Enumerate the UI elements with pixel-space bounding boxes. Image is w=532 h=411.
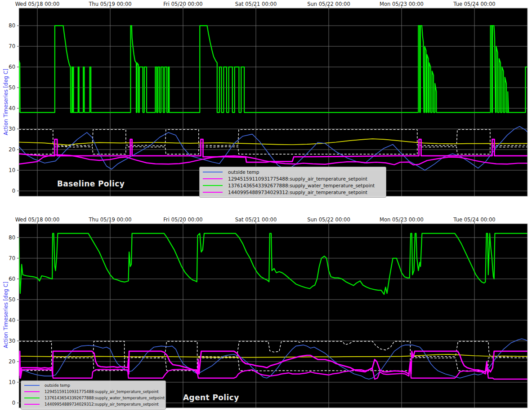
legend-label: 12945159110931775488:supply_air_temperat… — [228, 176, 367, 181]
x-tick-label: Tue 05/24 00:00 — [453, 1, 495, 7]
baseline-title: Baseline Policy — [57, 179, 125, 188]
legend-entry-supply-water: 13761436543392677888:supply_water_temper… — [24, 395, 162, 401]
x-tick-label: Thu 05/19 00:00 — [88, 1, 131, 7]
y-tick-label: 40 — [9, 317, 15, 323]
legend-label: 14409954889734029312:supply_air_temperat… — [228, 190, 367, 195]
legend-label: outside temp — [45, 383, 70, 388]
y-tick-label: 20 — [9, 358, 15, 365]
x-tick-label: Thu 05/19 00:00 — [88, 217, 131, 223]
legend-line-swatch — [24, 404, 40, 405]
legend-entry-outside-temp: outside temp — [24, 382, 162, 389]
legend-line-swatch — [24, 391, 40, 392]
legend-label: 13761436543392677888:supply_water_temper… — [228, 183, 375, 188]
y-tick-label: 10 — [9, 379, 15, 385]
x-tick-label: Sun 05/22 00:00 — [307, 1, 350, 7]
legend-label: 13761436543392677888:supply_water_temper… — [45, 396, 165, 400]
figure-canvas: Wed 05/18 00:00Thu 05/19 00:00Fri 05/20 … — [0, 0, 532, 411]
legend-label: 14409954889734029312:supply_air_temperat… — [45, 402, 159, 407]
y-tick-label: 60 — [9, 64, 15, 70]
x-tick-label: Fri 05/20 00:00 — [163, 217, 202, 223]
legend-entry-supply-air-1: 12945159110931775488:supply_air_temperat… — [24, 389, 162, 395]
agent-title: Agent Policy — [183, 393, 239, 402]
x-tick-label: Mon 05/23 00:00 — [380, 1, 424, 7]
y-tick-label: 0 — [12, 400, 15, 406]
x-tick-label: Sat 05/21 00:00 — [235, 1, 277, 7]
x-tick-label: Sun 05/22 00:00 — [307, 217, 350, 223]
legend-entry-supply-air-2: 14409954889734029312:supply_air_temperat… — [203, 189, 382, 195]
legend-line-swatch — [24, 385, 40, 386]
legend-line-swatch — [203, 172, 223, 172]
y-tick-label: 70 — [9, 43, 15, 49]
legend-line-swatch — [203, 178, 223, 179]
y-tick-label: 50 — [9, 84, 15, 91]
legend-entry-supply-water: 13761436543392677888:supply_water_temper… — [203, 182, 382, 189]
y-tick-label: 30 — [9, 126, 15, 132]
x-tick-label: Fri 05/20 00:00 — [163, 1, 202, 7]
legend-entry-outside-temp: outside temp — [203, 168, 382, 175]
legend-line-swatch — [203, 192, 223, 193]
legend-entry-supply-air-1: 12945159110931775488:supply_air_temperat… — [203, 175, 382, 182]
legend-label: 12945159110931775488:supply_air_temperat… — [45, 389, 159, 394]
y-tick-label: 40 — [9, 105, 15, 111]
y-tick-label: 30 — [9, 338, 15, 344]
y-tick-label: 0 — [12, 188, 15, 194]
baseline-y-axis-label: Action Timeseries [deg C] — [3, 69, 9, 135]
y-tick-label: 70 — [9, 255, 15, 261]
x-tick-label: Tue 05/24 00:00 — [453, 217, 495, 223]
y-tick-label: 10 — [9, 167, 15, 173]
x-tick-label: Sat 05/21 00:00 — [235, 217, 277, 223]
y-tick-label: 80 — [9, 22, 15, 29]
agent-plot: Wed 05/18 00:00Thu 05/19 00:00Fri 05/20 … — [9, 217, 528, 408]
x-tick-label: Wed 05/18 00:00 — [15, 217, 60, 223]
x-tick-label: Mon 05/23 00:00 — [380, 217, 424, 223]
legend-entry-supply-air-2: 14409954889734029312:supply_air_temperat… — [24, 401, 162, 407]
y-tick-label: 20 — [9, 146, 15, 153]
y-tick-label: 80 — [9, 234, 15, 241]
x-tick-label: Wed 05/18 00:00 — [15, 1, 60, 7]
baseline-legend: outside temp 12945159110931775488:supply… — [199, 167, 386, 198]
legend-label: outside temp — [228, 169, 259, 175]
legend-line-swatch — [203, 185, 223, 186]
figure-svg: Wed 05/18 00:00Thu 05/19 00:00Fri 05/20 … — [0, 0, 532, 411]
agent-y-axis-label: Action Timeseries [deg C] — [3, 282, 9, 348]
legend-line-swatch — [24, 398, 40, 398]
agent-legend: outside temp 12945159110931775488:supply… — [21, 380, 166, 410]
y-tick-label: 50 — [9, 296, 15, 303]
y-tick-label: 60 — [9, 276, 15, 282]
